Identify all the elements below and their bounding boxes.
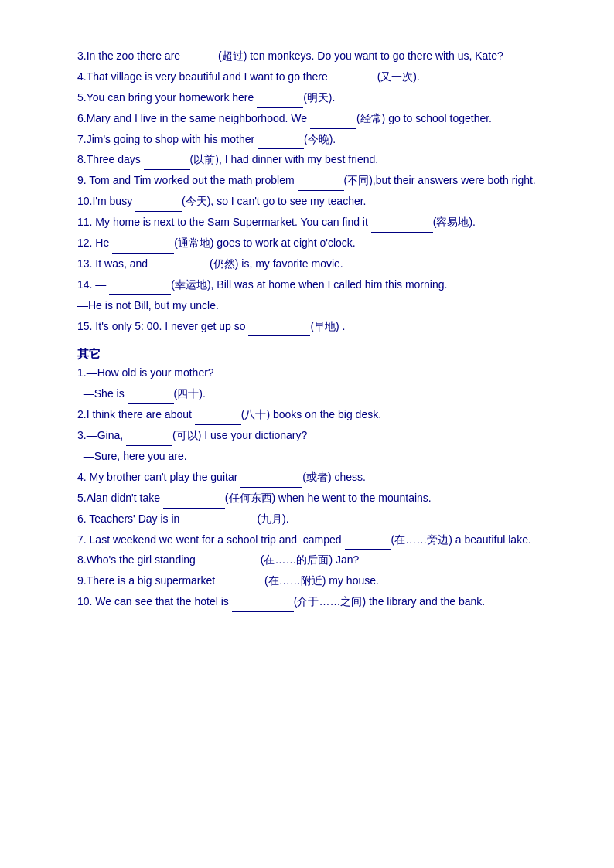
blank-10	[135, 201, 182, 212]
line-11: 11. My home is next to the Sam Supermark…	[77, 213, 568, 233]
blank-7	[258, 138, 304, 149]
line-3: 3.In the zoo there are (超过) ten monkeys.…	[77, 46, 568, 66]
blank-q1	[128, 393, 174, 404]
blank-12	[112, 243, 174, 254]
line-8: 8.Three days (以前), I had dinner with my …	[77, 150, 568, 170]
blank-9	[298, 180, 344, 191]
blank-14	[109, 284, 171, 295]
blank-q2	[195, 414, 241, 425]
line-6: 6.Mary and I live in the same neighborho…	[77, 109, 568, 129]
blank-13	[148, 264, 210, 274]
section-title-other: 其它	[77, 347, 568, 362]
q3a: 3.—Gina, (可以) I use your dictionary?	[77, 426, 568, 446]
blank-8	[144, 159, 190, 170]
blank-q7	[345, 539, 391, 550]
q9: 9.There is a big supermarket (在……附近) my …	[77, 571, 568, 591]
q8: 8.Who's the girl standing (在……的后面) Jan?	[77, 550, 568, 570]
blank-4	[331, 77, 377, 87]
blank-5	[257, 97, 303, 108]
q4: 4. My brother can't play the guitar (或者)…	[77, 468, 568, 488]
blank-q4	[240, 477, 302, 488]
line-9: 9. Tom and Tim worked out the math probl…	[77, 171, 568, 191]
line-13: 13. It was, and(仍然) is, my favorite movi…	[77, 254, 568, 274]
q3b: —Sure, here you are.	[77, 447, 568, 467]
blank-q9	[218, 580, 264, 591]
blank-q8	[199, 560, 261, 570]
line-12: 12. He (通常地) goes to work at eight o'clo…	[77, 233, 568, 254]
line-15: 15. It's only 5: 00. I never get up so (…	[77, 317, 568, 337]
main-content: 3.In the zoo there are (超过) ten monkeys.…	[77, 46, 568, 612]
q2: 2.I think there are about (八十) books on …	[77, 405, 568, 425]
blank-q6	[179, 519, 257, 529]
blank-15	[248, 325, 310, 336]
line-10: 10.I'm busy (今天), so I can't go to see m…	[77, 192, 568, 212]
q6: 6. Teachers' Day is in(九月).	[77, 509, 568, 529]
blank-q5	[163, 498, 225, 509]
q1a: 1.—How old is your mother?	[77, 363, 568, 383]
line-14a: 14. — (幸运地), Bill was at home when I cal…	[77, 275, 568, 295]
line-7: 7.Jim's going to shop with his mother (今…	[77, 130, 568, 150]
blank-3	[183, 56, 218, 66]
blank-q10	[232, 601, 294, 612]
line-14b: —He is not Bill, but my uncle.	[77, 296, 568, 316]
blank-11	[371, 222, 433, 233]
q7: 7. Last weekend we went for a school tri…	[77, 530, 568, 550]
line-5: 5.You can bring your homework here (明天).	[77, 88, 568, 108]
blank-6	[310, 118, 356, 129]
q10: 10. We can see that the hotel is (介于……之间…	[77, 592, 568, 612]
q5: 5.Alan didn't take (任何东西) when he went t…	[77, 488, 568, 509]
line-4: 4.That village is very beautiful and I w…	[77, 67, 568, 87]
q1b: —She is (四十).	[77, 384, 568, 404]
blank-q3	[126, 435, 172, 446]
